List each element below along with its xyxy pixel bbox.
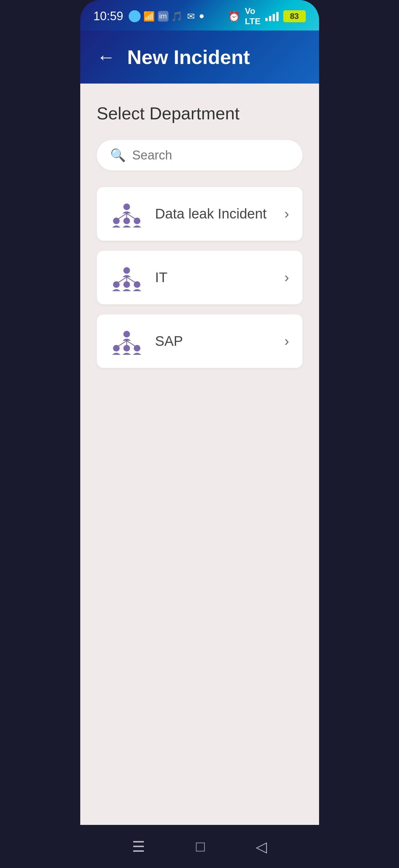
wifi-icon: 📶	[144, 11, 155, 22]
status-bar: 10:59 📶 im 🎵 ✉ ⏰ VoLTE 83	[80, 0, 319, 31]
department-name-data-leak: Data leak Incident	[155, 206, 273, 222]
svg-point-3	[123, 204, 130, 210]
department-icon-sap	[110, 326, 143, 356]
svg-point-17	[123, 331, 130, 338]
battery-level: 83	[283, 10, 306, 22]
status-left: 10:59 📶 im 🎵 ✉	[94, 9, 204, 23]
department-item-sap[interactable]: SAP ›	[97, 314, 303, 368]
back-button[interactable]: ←	[97, 48, 116, 66]
department-icon-it	[110, 262, 143, 292]
chevron-right-icon-data-leak: ›	[284, 206, 289, 222]
menu-nav-button[interactable]: ☰	[132, 838, 145, 855]
im-icon: im	[158, 11, 168, 22]
music-icon: 🎵	[172, 11, 182, 22]
department-item-data-leak[interactable]: Data leak Incident ›	[97, 187, 303, 241]
department-name-it: IT	[155, 270, 273, 285]
signal-bar-1	[265, 18, 268, 21]
back-nav-button[interactable]: ◁	[256, 838, 267, 855]
signal-bar-4	[276, 12, 279, 21]
home-nav-button[interactable]: □	[196, 838, 205, 855]
department-list: Data leak Incident ›	[97, 187, 303, 368]
app-header: ← New Incident	[80, 31, 319, 84]
main-content: Select Department 🔍	[80, 84, 319, 825]
signal-bar-2	[269, 16, 271, 21]
status-right: ⏰ VoLTE 83	[228, 6, 305, 27]
phone-frame: 10:59 📶 im 🎵 ✉ ⏰ VoLTE 83 ← New I	[80, 0, 319, 868]
status-icons-left: 📶 im 🎵 ✉	[129, 10, 204, 22]
notification-icon	[129, 10, 141, 22]
search-bar[interactable]: 🔍	[97, 140, 303, 170]
department-item-it[interactable]: IT ›	[97, 251, 303, 304]
chevron-right-icon-it: ›	[284, 270, 289, 285]
alarm-icon: ⏰	[228, 10, 240, 22]
department-icon-data-leak	[110, 199, 143, 229]
chevron-right-icon-sap: ›	[284, 333, 289, 349]
signal-bars	[265, 11, 279, 21]
search-input[interactable]	[132, 148, 289, 162]
status-time: 10:59	[94, 9, 123, 23]
section-title: Select Department	[97, 103, 303, 123]
signal-bar-3	[273, 14, 275, 21]
page-title: New Incident	[127, 46, 250, 69]
status-dot	[200, 14, 204, 18]
svg-point-10	[123, 267, 130, 274]
search-icon: 🔍	[110, 148, 126, 162]
vo-lte-icon: VoLTE	[245, 6, 260, 27]
bottom-nav: ☰ □ ◁	[80, 825, 319, 868]
department-name-sap: SAP	[155, 333, 273, 349]
mail-icon: ✉	[186, 11, 196, 22]
